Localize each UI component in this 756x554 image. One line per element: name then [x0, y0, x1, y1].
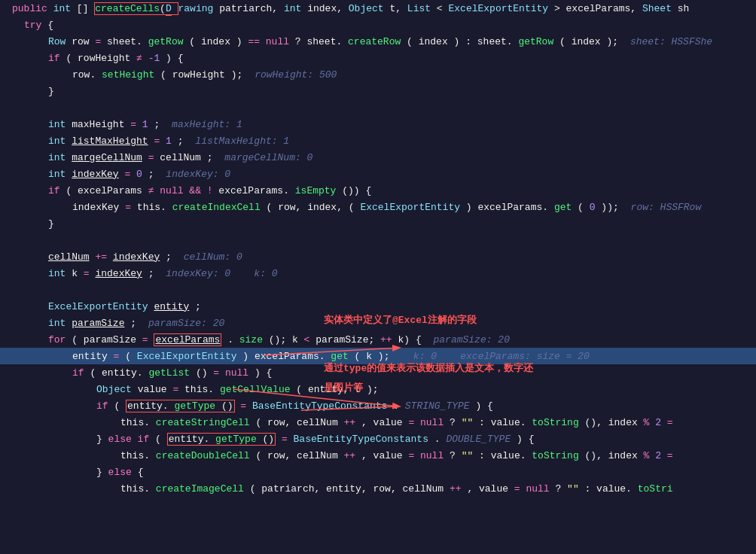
code-editor: public int [] createCells(D rawing patri…	[0, 0, 756, 554]
code-line	[0, 232, 756, 248]
code-line: try {	[0, 17, 756, 33]
code-line	[0, 99, 756, 116]
annotation-text2: 通过type的值来表示该数据插入是文本，数字还	[324, 361, 533, 375]
code-line: }	[0, 83, 756, 99]
code-line: if ( rowHeight ≠ -1 ) {	[0, 50, 756, 66]
code-line: this. createImageCell ( patriarch, entit…	[0, 480, 756, 497]
code-line: this. createStringCell ( row, cellNum ++…	[0, 414, 756, 431]
method-name: createCells	[95, 3, 160, 14]
annotation-text: 实体类中定义了@Excel注解的字段	[324, 313, 477, 327]
code-line: int listMaxHeight = 1 ; listMaxHeight: 1	[0, 132, 756, 149]
annotation-text3: 是图片等	[324, 381, 363, 394]
code-line: if ( entity. getType () = BaseEntityType…	[0, 397, 756, 414]
code-line: int margeCellNum = cellNum ; margeCellNu…	[0, 149, 756, 166]
code-line: ExcelExportEntity entity ;	[0, 298, 756, 315]
code-line: int paramSize ; paramSize: 20 实体类中定义了@Ex…	[0, 315, 756, 331]
keyword: public	[12, 3, 47, 14]
code-line: cellNum += indexKey ; cellNum: 0	[0, 248, 756, 265]
code-line: int maxHeight = 1 ; maxHeight: 1	[0, 116, 756, 132]
code-line: } else {	[0, 464, 756, 480]
code-line: int k = indexKey ; indexKey: 0 k: 0	[0, 265, 756, 282]
code-line	[0, 282, 756, 298]
code-line: }	[0, 215, 756, 232]
code-line: row. setHeight ( rowHeight ); rowHeight:…	[0, 66, 756, 83]
code-line: Object value = this. getCellValue ( enti…	[0, 381, 756, 397]
code-line: this. createDoubleCell ( row, cellNum ++…	[0, 447, 756, 464]
code-line: Row row = sheet. getRow ( index ) == nul…	[0, 33, 756, 50]
type-keyword: int	[53, 3, 71, 14]
code-line: indexKey = this. createIndexCell ( row, …	[0, 199, 756, 215]
code-line: for ( paramSize = excelParams . size ();…	[0, 331, 756, 348]
code-line: public int [] createCells(D rawing patri…	[0, 0, 756, 17]
code-line: if ( entity. getList () = null ) { 通过typ…	[0, 364, 756, 381]
code-line: int indexKey = 0 ; indexKey: 0	[0, 166, 756, 182]
code-line: } else if ( entity. getType () = BaseEnt…	[0, 431, 756, 447]
code-line: if ( excelParams ≠ null && ! excelParams…	[0, 182, 756, 199]
